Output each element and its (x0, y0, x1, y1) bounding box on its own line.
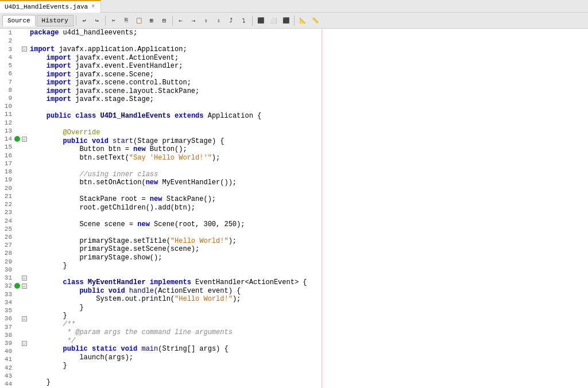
breakpoint-column[interactable] (14, 283, 21, 289)
token-kw: implements (150, 278, 191, 287)
toolbar-btn-1[interactable]: ↩ (79, 15, 90, 26)
token-var (30, 287, 79, 296)
code-line: } (30, 362, 586, 370)
tab-bar: U4D1_HandleEvents.java × (0, 0, 588, 13)
tab-close-button[interactable]: × (90, 3, 96, 10)
token-var: Application { (204, 112, 262, 121)
gutter-row: 24 (0, 216, 28, 224)
gutter-row: 38 (0, 331, 28, 339)
code-line: @Override (30, 129, 586, 137)
toolbar-btn-10[interactable]: ⇧ (200, 15, 212, 26)
code-line: } (30, 262, 586, 270)
left-gutter: 123-4567891011121314-1516171819202122232… (0, 29, 28, 388)
gutter-row: 23 (0, 208, 28, 216)
token-var (30, 54, 47, 63)
source-tab[interactable]: Source (2, 15, 36, 26)
toolbar-btn-15[interactable]: ⬜ (268, 15, 279, 26)
toolbar-btn-13[interactable]: ⤵ (238, 15, 250, 26)
line-number: 25 (0, 226, 14, 232)
fold-indicator[interactable]: - (22, 341, 27, 346)
token-kw: new (150, 195, 163, 204)
line-number: 13 (0, 127, 14, 134)
token-var (30, 95, 47, 104)
gutter-row: 29 (0, 258, 28, 266)
fold-indicator[interactable]: - (22, 276, 27, 281)
gutter-row: 12 (0, 119, 28, 127)
line-number: 43 (0, 373, 14, 379)
token-kw: import (47, 87, 71, 96)
line-number: 22 (0, 201, 14, 208)
fold-column[interactable]: - (21, 316, 28, 321)
fold-indicator[interactable]: - (22, 46, 27, 52)
gutter-row: 13 (0, 127, 28, 135)
gutter-row: 30 (0, 266, 28, 274)
toolbar-btn-2[interactable]: ↪ (91, 15, 103, 26)
line-number: 15 (0, 143, 14, 150)
toolbar-btn-5[interactable]: 📋 (133, 15, 145, 26)
toolbar-separator-5 (294, 15, 295, 26)
code-line: package u4d1_handleevents; (30, 29, 586, 37)
toolbar-btn-8[interactable]: ⇠ (175, 15, 187, 26)
toolbar-btn-18[interactable]: 📏 (310, 15, 321, 26)
line-number: 18 (0, 168, 14, 175)
gutter-row: 14- (0, 135, 28, 143)
gutter-row: 44 (0, 380, 28, 388)
toolbar-btn-12[interactable]: ⤴ (226, 15, 237, 26)
gutter-row: 28 (0, 249, 28, 257)
code-line: */ (30, 337, 586, 346)
history-tab[interactable]: History (37, 15, 74, 26)
toolbar-btn-17[interactable]: 📐 (297, 15, 308, 26)
code-line (30, 121, 586, 129)
line-number: 11 (0, 111, 14, 118)
fold-indicator[interactable]: - (22, 137, 27, 142)
toolbar-btn-9[interactable]: ⇢ (188, 15, 199, 26)
line-number: 29 (0, 258, 14, 265)
token-kw: new (146, 179, 158, 187)
token-var: } (30, 304, 84, 312)
code-line: public static void main(String[] args) { (30, 345, 586, 354)
fold-column[interactable]: - (21, 46, 28, 52)
code-line: primaryStage.setScene(scene); (30, 245, 586, 254)
token-cls2: start (113, 137, 133, 146)
line-number: 36 (0, 315, 14, 322)
token-var (109, 137, 113, 146)
line-number: 2 (0, 37, 14, 44)
code-line: import javafx.event.EventHandler; (30, 62, 586, 71)
token-cls: MyEventHandler (88, 278, 146, 287)
fold-column[interactable]: - (21, 137, 28, 142)
line-number: 26 (0, 234, 14, 240)
code-line: import javafx.scene.Scene; (30, 71, 586, 79)
toolbar-btn-16[interactable]: ⬛ (280, 15, 292, 26)
fold-indicator[interactable]: - (22, 316, 27, 321)
editor-container: 123-4567891011121314-1516171819202122232… (0, 29, 588, 388)
token-kw: new (137, 220, 150, 229)
fold-column[interactable]: - (21, 284, 28, 289)
token-var: u4d1_handleevents; (59, 29, 137, 37)
toolbar-btn-4[interactable]: ⎘ (121, 15, 132, 26)
fold-column[interactable]: - (21, 341, 28, 346)
breakpoint-column[interactable] (14, 136, 21, 142)
gutter-row: 16 (0, 152, 28, 160)
toolbar-btn-7[interactable]: ⊟ (158, 15, 170, 26)
gutter-row: 32- (0, 282, 28, 290)
fold-indicator[interactable]: - (22, 284, 27, 289)
fold-column[interactable]: - (21, 276, 28, 281)
toolbar-btn-11[interactable]: ⇩ (213, 15, 225, 26)
token-var: (Stage primaryStage) { (133, 137, 224, 146)
token-var: } (30, 378, 51, 387)
line-number: 4 (0, 54, 14, 61)
line-number: 42 (0, 364, 14, 371)
line-number: 39 (0, 340, 14, 347)
toolbar-btn-3[interactable]: ✂ (108, 15, 119, 26)
code-area[interactable]: package u4d1_handleevents;import javafx.… (28, 29, 588, 388)
code-line: Scene scene = new Scene(root, 300, 250); (30, 220, 586, 229)
token-var: (ActionEvent event) { (154, 287, 241, 296)
toolbar-btn-14[interactable]: ⬛ (255, 15, 266, 26)
line-number: 16 (0, 152, 14, 159)
token-kw: void (109, 287, 125, 296)
toolbar-btn-6[interactable]: ⊞ (146, 15, 157, 26)
editor-tab[interactable]: U4D1_HandleEvents.java × (0, 0, 101, 13)
token-kw: import (47, 95, 71, 104)
code-line: } (30, 304, 586, 312)
token-cmt: */ (67, 337, 75, 346)
